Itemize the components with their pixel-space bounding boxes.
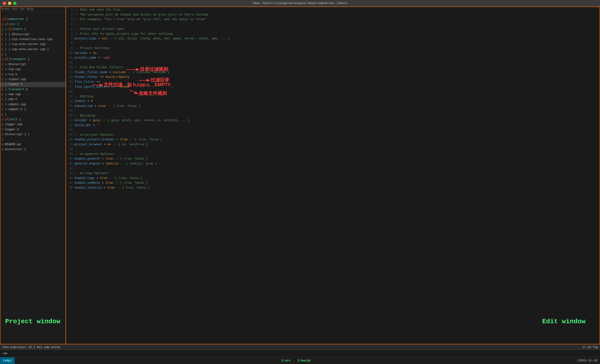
- tree-item[interactable]: -[F]udpserver {: [0, 17, 66, 22]
- line-content[interactable]: enable_inherits = true -- { true, false …: [75, 185, 600, 191]
- line-content[interactable]: folder_filter_mode = exclude -- { includ…: [75, 70, 600, 75]
- tree-item[interactable]: | |-udp.h: [0, 97, 66, 102]
- tree-item[interactable]: |: [0, 137, 66, 142]
- tree-item[interactable]: | |: [0, 112, 66, 117]
- tree-item[interactable]: | |-[F]tests {: [0, 27, 66, 32]
- line-content[interactable]: [75, 89, 600, 94]
- tree-item[interactable]: | |-udppkt.cpp: [0, 102, 66, 107]
- tree-item[interactable]: | | |-tcp-echo-server.cpp: [0, 42, 66, 47]
- tmux-statusbar: [udp] 1:src 2:build [2019-11-18: [0, 357, 600, 364]
- line-content[interactable]: expand_tab = true -- { true, false }: [75, 104, 600, 109]
- line-content[interactable]: [75, 60, 600, 65]
- line-number: 24: [66, 118, 75, 123]
- line-number: 16: [66, 80, 75, 85]
- tree-item[interactable]: |-SConscript } }: [0, 132, 66, 137]
- tree-item[interactable]: |-logger.cpp: [0, 122, 66, 127]
- line-content[interactable]: -- Building:: [75, 113, 600, 118]
- line-content[interactable]: -- Edit and save the file.: [75, 8, 600, 12]
- window-title: tmux /Users/lilong4/workspace/imooc/udps…: [253, 1, 347, 5]
- line-content[interactable]: indent = 4: [75, 99, 600, 104]
- line-content[interactable]: [75, 41, 600, 46]
- line-content[interactable]: enable_gsearch = true -- { true, false }: [75, 156, 600, 161]
- line-content[interactable]: [75, 22, 600, 27]
- line-content[interactable]: -- Project Settings:: [75, 46, 600, 51]
- code-line: 2-- The variables will be loaded and exi…: [66, 12, 600, 17]
- line-content[interactable]: -- The variables will be loaded and exis…: [75, 12, 600, 17]
- line-content[interactable]: folder_filter += build,t3party -- ...: [75, 75, 600, 80]
- vim-cmdline[interactable]: :wa: [0, 350, 600, 356]
- line-number: 22: [66, 109, 75, 113]
- line-content[interactable]: [75, 128, 600, 133]
- tree-item[interactable]: | | |-tcp-connection-test.cpp: [0, 37, 66, 42]
- line-content[interactable]: [75, 147, 600, 152]
- tree-item[interactable]: |-[F]src {: [0, 22, 66, 27]
- line-content[interactable]: -- ex-project Options:: [75, 133, 600, 137]
- line-number: 35: [66, 171, 75, 176]
- code-line: 5-- Choose your project type: [66, 27, 600, 32]
- tree-item[interactable]: | | |-SConscript: [0, 32, 66, 37]
- code-line: 33gsearch_engine = idutils -- { idutils,…: [66, 161, 600, 166]
- tree-item[interactable]: |-[F]transport {: [0, 57, 66, 62]
- tree-item[interactable]: |-README.md: [0, 142, 66, 147]
- tree-item[interactable]: | |-udp.cpp: [0, 92, 66, 97]
- line-content[interactable]: -- Choose your project type: [75, 27, 600, 32]
- line-content[interactable]: -- Editing:: [75, 94, 600, 99]
- line-content[interactable]: enable_tags = true -- { true, false }: [75, 176, 600, 181]
- line-content[interactable]: project_name = 'udp': [75, 55, 600, 60]
- line-number: 6: [66, 32, 75, 36]
- maximize-button[interactable]: [13, 2, 16, 5]
- code-line: 4: [66, 22, 600, 27]
- line-content[interactable]: -- ex-tags Options:: [75, 171, 600, 176]
- tmux-session-2[interactable]: 2:build: [298, 359, 310, 362]
- line-content[interactable]: version = 13: [75, 51, 600, 56]
- tree-item[interactable]: | |-tcpbuf.cpp: [0, 77, 66, 82]
- line-content[interactable]: enable_symbols = true -- { true, false }: [75, 181, 600, 185]
- line-content[interactable]: project_type = all -- { all, build, clan…: [75, 36, 600, 41]
- code-line: 36enable_tags = true -- { true, false }: [66, 176, 600, 181]
- tree-item[interactable]: | |-udppkt.h }: [0, 107, 66, 112]
- file-tree: -[F]udpserver { |-[F]src { | |-[F]tests …: [0, 11, 66, 344]
- vim-cmd-text: :wa: [2, 352, 7, 355]
- line-number: 9: [66, 46, 75, 51]
- line-content[interactable]: -- For example, "foo = true" will be "g:…: [75, 17, 600, 22]
- minimize-button[interactable]: [8, 2, 11, 5]
- line-content[interactable]: -- ex-gsearch Options:: [75, 152, 600, 157]
- tmux-window-tag[interactable]: [udp]: [0, 357, 15, 364]
- code-line: 15folder_filter += build,t3party -- ...: [66, 75, 600, 80]
- code-editor[interactable]: 1-- Edit and save the file.2-- The varia…: [66, 7, 600, 344]
- line-content[interactable]: gsearch_engine = idutils -- { idutils, g…: [75, 161, 600, 166]
- tmux-session-1[interactable]: 1:src: [281, 359, 291, 362]
- tree-item[interactable]: |-logger.h: [0, 127, 66, 132]
- tree-item[interactable]: |-Sconstruct }: [0, 147, 66, 152]
- line-content[interactable]: file_ignore_pattern += *.exvim: [75, 85, 600, 90]
- line-content[interactable]: [75, 109, 600, 113]
- line-content[interactable]: build_opt = '': [75, 123, 600, 128]
- tree-item[interactable]: [0, 12, 66, 17]
- tree-item[interactable]: | |-SConscript: [0, 62, 66, 67]
- code-line: 23-- Building:: [66, 113, 600, 118]
- line-number: 27: [66, 133, 75, 137]
- line-number: 11: [66, 55, 75, 60]
- title-bar: tmux /Users/lilong4/workspace/imooc/udps…: [0, 0, 600, 7]
- line-number: 18: [66, 89, 75, 94]
- tree-item[interactable]: |-[F]util {: [0, 117, 66, 122]
- line-content[interactable]: project_browser = ex -- { ex, nerdtree }: [75, 142, 600, 147]
- code-line: 27-- ex-project Options:: [66, 133, 600, 137]
- line-number: 5: [66, 27, 75, 32]
- tree-item[interactable]: | |-tcpbuf.h: [0, 82, 66, 87]
- line-number: 14: [66, 70, 75, 75]
- tree-item[interactable]: | |-transport.h: [0, 87, 66, 92]
- tree-item[interactable]: | | |-udp-echo-server.cpp }: [0, 47, 66, 52]
- tree-item[interactable]: | |-tcp.h: [0, 72, 66, 77]
- line-content[interactable]: -- File And Folder Filters:: [75, 65, 600, 70]
- line-content[interactable]: builder = gulp -- { gulp, grunt, gcc, xc…: [75, 118, 600, 123]
- close-button[interactable]: [3, 2, 6, 5]
- line-content[interactable]: [75, 166, 600, 171]
- code-line: 35-- ex-tags Options:: [66, 171, 600, 176]
- line-content[interactable]: file_filter += -- ...: [75, 80, 600, 85]
- tree-item[interactable]: | |: [0, 52, 66, 57]
- tree-item[interactable]: | |-tcp.cpp: [0, 67, 66, 72]
- line-content[interactable]: -- Press <F5> to apply project_type for …: [75, 32, 600, 36]
- line-content[interactable]: enable_project_browser = true -- { true,…: [75, 137, 600, 142]
- line-number: 25: [66, 123, 75, 128]
